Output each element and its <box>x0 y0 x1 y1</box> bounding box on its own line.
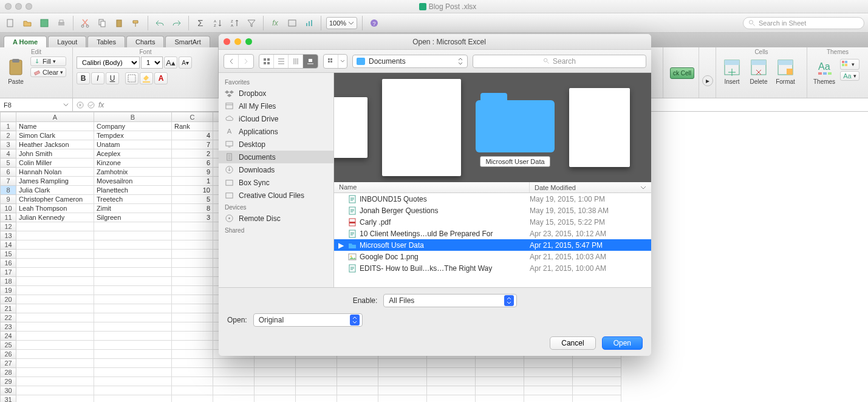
cell-A30[interactable] <box>16 386 94 395</box>
sidebar-item-downloads[interactable]: Downloads <box>219 163 333 176</box>
font-color-button[interactable]: A <box>154 72 168 84</box>
dialog-close-icon[interactable] <box>224 38 230 45</box>
cell-A22[interactable] <box>16 313 94 322</box>
cell-S29[interactable] <box>573 377 621 386</box>
borders-button[interactable] <box>125 72 138 84</box>
cell-D28[interactable] <box>213 368 255 377</box>
cell-B12[interactable] <box>94 222 172 231</box>
cell-A8[interactable]: Julia Clark <box>16 186 94 195</box>
cell-S27[interactable] <box>573 359 621 368</box>
cell-C3[interactable]: 7 <box>172 140 213 149</box>
cell-C27[interactable] <box>172 359 213 368</box>
cell-D30[interactable] <box>213 386 255 395</box>
cell-B17[interactable] <box>94 268 172 277</box>
cell-A3[interactable]: Heather Jackson <box>16 140 94 149</box>
bold-button[interactable]: B <box>77 72 90 84</box>
cell-A25[interactable] <box>16 341 94 350</box>
cell-C5[interactable]: 6 <box>172 158 213 168</box>
close-window-icon[interactable] <box>5 3 12 10</box>
cell-C9[interactable]: 5 <box>172 195 213 204</box>
cell-A15[interactable] <box>16 250 94 259</box>
coverflow-area[interactable]: Microsoft User Data <box>334 73 651 182</box>
cell-A7[interactable]: James Rampling <box>16 177 94 186</box>
cell-A19[interactable] <box>16 286 94 295</box>
row-header-5[interactable]: 5 <box>1 158 16 168</box>
cell-R29[interactable] <box>524 377 573 386</box>
row-header-3[interactable]: 3 <box>1 140 16 149</box>
cell-A27[interactable] <box>16 359 94 368</box>
themes-button[interactable]: AaThemes <box>811 56 838 86</box>
cell-C23[interactable] <box>172 322 213 332</box>
theme-colors-button[interactable]: ▾ <box>840 59 859 70</box>
cell-B5[interactable]: Kinzone <box>94 158 172 168</box>
cell-Q27[interactable] <box>476 359 524 368</box>
cell-B25[interactable] <box>94 341 172 350</box>
new-file-icon[interactable] <box>4 16 17 30</box>
cell-E27[interactable] <box>255 359 296 368</box>
print-icon[interactable] <box>55 16 68 30</box>
cell-A16[interactable] <box>16 259 94 268</box>
cell-C12[interactable] <box>172 222 213 231</box>
cell-C24[interactable] <box>172 332 213 341</box>
row-header-6[interactable]: 6 <box>1 168 16 177</box>
cell-O30[interactable] <box>378 386 427 395</box>
cell-P31[interactable] <box>427 395 476 403</box>
cell-A13[interactable] <box>16 231 94 240</box>
coverflow-current[interactable]: Microsoft User Data <box>476 88 555 167</box>
cell-E29[interactable] <box>255 377 296 386</box>
cell-B20[interactable] <box>94 295 172 304</box>
sidebar-item-documents[interactable]: Documents <box>219 151 333 163</box>
italic-button[interactable]: I <box>91 72 104 84</box>
cell-A17[interactable] <box>16 268 94 277</box>
row-header-25[interactable]: 25 <box>1 341 16 350</box>
cell-C11[interactable]: 3 <box>172 213 213 222</box>
file-row-5[interactable]: Google Doc 1.png Apr 21, 2015, 10:03 AM <box>334 251 651 262</box>
cell-C6[interactable]: 9 <box>172 168 213 177</box>
cell-A14[interactable] <box>16 240 94 250</box>
location-dropdown[interactable]: Documents <box>352 55 468 68</box>
tab-layout[interactable]: Layout <box>48 36 86 47</box>
row-header-8[interactable]: 8 <box>1 186 16 195</box>
cell-C7[interactable]: 1 <box>172 177 213 186</box>
cell-O31[interactable] <box>378 395 427 403</box>
cell-C28[interactable] <box>172 368 213 377</box>
cell-A29[interactable] <box>16 377 94 386</box>
cell-Q29[interactable] <box>476 377 524 386</box>
minimize-window-icon[interactable] <box>15 3 22 10</box>
name-box[interactable]: F8 <box>0 98 73 111</box>
underline-button[interactable]: U <box>106 72 119 84</box>
tab-tables[interactable]: Tables <box>87 36 125 47</box>
redo-icon[interactable] <box>170 16 183 30</box>
cell-B9[interactable]: Treetech <box>94 195 172 204</box>
cell-B19[interactable] <box>94 286 172 295</box>
cell-E28[interactable] <box>255 368 296 377</box>
cell-B2[interactable]: Tempdex <box>94 131 172 140</box>
cell-C26[interactable] <box>172 350 213 359</box>
cell-P28[interactable] <box>427 368 476 377</box>
cell-G27[interactable] <box>337 359 378 368</box>
sidebar-item-applications[interactable]: AApplications <box>219 125 333 138</box>
cell-B11[interactable]: Silgreen <box>94 213 172 222</box>
cell-G31[interactable] <box>337 395 378 403</box>
row-header-27[interactable]: 27 <box>1 359 16 368</box>
cell-R27[interactable] <box>524 359 573 368</box>
cell-C21[interactable] <box>172 304 213 313</box>
row-header-15[interactable]: 15 <box>1 250 16 259</box>
row-header-13[interactable]: 13 <box>1 231 16 240</box>
row-header-1[interactable]: 1 <box>1 122 16 131</box>
file-row-2[interactable]: Carly .pdf May 15, 2015, 5:22 PM <box>334 216 651 228</box>
filter-icon[interactable] <box>245 16 258 30</box>
cell-S31[interactable] <box>573 395 621 403</box>
row-header-28[interactable]: 28 <box>1 368 16 377</box>
cell-F31[interactable] <box>296 395 337 403</box>
cell-B16[interactable] <box>94 259 172 268</box>
row-header-30[interactable]: 30 <box>1 386 16 395</box>
row-header-24[interactable]: 24 <box>1 332 16 341</box>
cell-A18[interactable] <box>16 277 94 286</box>
cell-F30[interactable] <box>296 386 337 395</box>
cell-C16[interactable] <box>172 259 213 268</box>
cell-B31[interactable] <box>94 395 172 403</box>
grow-font-icon[interactable]: A▴ <box>164 56 177 69</box>
copy-icon[interactable] <box>95 16 109 30</box>
help-icon[interactable]: ? <box>367 16 381 30</box>
